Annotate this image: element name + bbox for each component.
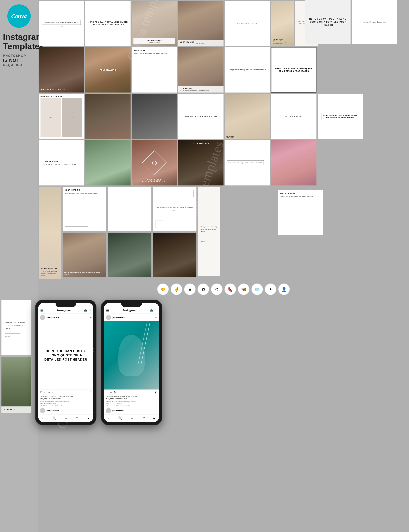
story-body: Here you can post a long quote or a deta… [41,270,59,277]
template-14[interactable] [132,94,177,139]
template-29[interactable] [108,233,151,277]
caption-text-2: your caption here [115,398,127,400]
heart-icon-2[interactable]: ♡ [106,391,108,394]
template-28[interactable]: Here you can post a long quote or a deta… [63,233,106,277]
template-19[interactable]: YOUR HEADING Here you can post a long qu… [39,140,84,185]
t25-body: Here you can post a long quote or a deta… [65,192,98,194]
insta-more-icon-1[interactable]: ··· [89,316,92,319]
share-icon-1[interactable]: ✈ [48,391,50,394]
phone-notch-2 [121,303,142,307]
camera-icon-2[interactable]: 📷 [106,309,109,312]
caption-username-2: user_name [106,398,114,400]
t8-body: Here you can post a long quote or a deta… [134,53,167,55]
more-icon-2[interactable]: •• [118,391,119,394]
template-16[interactable]: YOUR TEXT [225,94,270,139]
tv-icon-2[interactable]: 📺 [150,309,153,312]
insta-username-bottom-2: yournamehere [112,410,154,412]
template-10[interactable]: Here you can post a long quote or a deta… [225,47,270,92]
template-15[interactable]: HERE WILL BE YOUR LONGER TEXT [178,94,223,139]
extra-t1[interactable]: YOUR HEADING Here you can post a long qu… [278,190,323,235]
send-icon[interactable]: ✈ [89,309,91,312]
icon-shoe[interactable]: 👠 [224,283,236,295]
heart-nav-icon-2[interactable]: ♡ [142,416,145,420]
template-24[interactable] [271,140,316,185]
icon-person-card[interactable]: 🪪 [251,283,263,295]
bookmark-icon-1[interactable]: ⊓ [89,391,92,394]
icon-person[interactable]: 👤 [278,283,290,295]
icon-settings[interactable]: ⚙ [211,283,223,295]
tv-icon[interactable]: 📺 [84,309,87,312]
search-icon-1[interactable]: 🔍 [53,416,56,420]
add-icon-2[interactable]: ＋ [130,416,134,421]
share-icon-2[interactable]: ✈ [114,391,116,394]
template-9[interactable]: YOUR HEADING Here you can post a long qu… [178,47,223,92]
add-icon-1[interactable]: ＋ [65,416,68,421]
template-4[interactable]: YOUR HEADING YOUR HEADING [178,1,223,46]
template-7[interactable]: YOUR HEADING [85,47,130,92]
template-25[interactable]: YOUR HEADING Here you can post a long qu… [63,187,106,231]
search-icon-2[interactable]: 🔍 [118,416,122,420]
phone-mockup-2: 📷 Instagram 📺 ✈ yournamehere ··· [101,300,162,425]
more-icon-1[interactable]: •• [52,391,53,394]
story2-body: Here you can post a long quote or a deta… [201,226,217,233]
tr-t1-text: HERE YOU CAN POST A LONG QUOTE OR A DETA… [308,17,348,27]
profile-icon-1[interactable]: ● [87,416,89,420]
time-label-2: 1 HOUR AGO [106,405,115,406]
icon-butterfly[interactable]: 🦋 [238,283,250,295]
template-20[interactable] [85,140,130,185]
template-23[interactable]: Here you can post a long quote or a deta… [225,140,270,185]
insta-more-bottom-1[interactable]: ··· [89,409,92,412]
template-22[interactable]: YOUR HEADING [178,140,223,185]
send-icon-2[interactable]: ✈ [155,309,157,312]
template-6[interactable]: HERE WILL BE YOUR TEXT [39,47,84,92]
template-21[interactable]: ❮ ❯ YOUR HEADING HERE WILL BE YOUR TEXT [132,140,177,185]
bookmark-icon-2[interactable]: ⊓ [155,391,158,394]
t6-text: HERE WILL BE YOUR TEXT [40,89,82,91]
template-story-tall[interactable]: YOUR HEADING Here you can post a long qu… [39,187,61,279]
template-here-tall[interactable]: Here you can post a long quote or a deta… [198,187,220,276]
template-5[interactable]: Here will be your longer text [225,1,270,46]
template-11[interactable]: HERE YOU CAN POST A LONG QUOTE OR A DETA… [271,47,316,92]
home-icon-1[interactable]: ⌂ [42,416,44,420]
t7-heading: YOUR HEADING [100,69,116,71]
template-row-5: YOUR HEADING Here you can post a long qu… [39,187,408,279]
insta-likes-1: Liked by yourfriend, yourfriend and 576 … [38,395,93,398]
template-17[interactable]: Here you can post a quote [271,94,316,139]
story-forest-card[interactable]: YOUR TEXT [1,357,31,413]
template-row-3: HERE WILL BE YOUR TEXT Before After [39,94,408,139]
template-12[interactable]: HERE WILL BE YOUR TEXT Before After [39,94,84,139]
t19-body: Here you can post a long quote or a deta… [43,163,76,165]
heart-nav-icon-1[interactable]: ♡ [76,416,79,420]
insta-more-icon-2[interactable]: ··· [155,316,158,319]
template-8[interactable]: YOUR TEXT Here you can post a long quote… [132,47,177,92]
heart-icon-1[interactable]: ♡ [40,391,43,394]
profile-icon-2[interactable]: ● [153,416,155,420]
insta-time-1: 1 HOUR AGO SEE TRANSLATION [38,404,93,407]
template-2[interactable]: HERE YOU CAN POST A LONG QUOTE OR A DETA… [85,1,130,46]
comment-icon-2[interactable]: ○ [110,391,112,394]
comment-icon-1[interactable]: ○ [44,391,46,394]
icon-star[interactable]: ✦ [265,283,276,295]
template-26[interactable] [108,187,151,231]
story-white-card[interactable]: Here you can post a long quote or a deta… [1,300,31,355]
template-18[interactable]: HERE YOU CAN POST A LONG QUOTE OR A DETA… [318,94,363,139]
home-icon-2[interactable]: ⌂ [108,416,110,420]
template-13[interactable] [85,94,130,139]
icon-grid[interactable]: ⊞ [184,283,196,295]
template-your-text[interactable]: YOUR TEXT Here you can post a long quote… [271,1,294,46]
bottom-section: Here you can post a long quote or a deta… [1,300,162,425]
insta-more-bottom-2[interactable]: ··· [155,409,158,412]
template-3[interactable]: SPEAKER NAME Topic of the speech [132,1,177,46]
brand-subtitle2: IS NOT [3,58,35,63]
camera-icon[interactable]: 📷 [40,309,44,312]
icon-flower[interactable]: ✿ [197,283,209,295]
icons-row: 🤝 ☝️ ⊞ ✿ ⚙ 👠 🦋 🪪 ✦ 👤 [39,281,408,297]
phone-mockup-1: 📷 Instagram 📺 ✈ yournamehere ··· HERE YO… [35,300,96,425]
tr-t1[interactable]: HERE YOU CAN POST A LONG QUOTE OR A DETA… [305,0,351,44]
icon-hand-point[interactable]: ☝️ [171,283,182,295]
tr-t2[interactable]: Here will be your longer text [352,0,397,44]
template-30[interactable] [153,233,196,277]
template-27[interactable]: Here you can post a long quote or a deta… [153,187,196,231]
template-1[interactable]: Here you can post a long quote or a deta… [39,1,84,46]
icon-handshake[interactable]: 🤝 [157,283,169,295]
